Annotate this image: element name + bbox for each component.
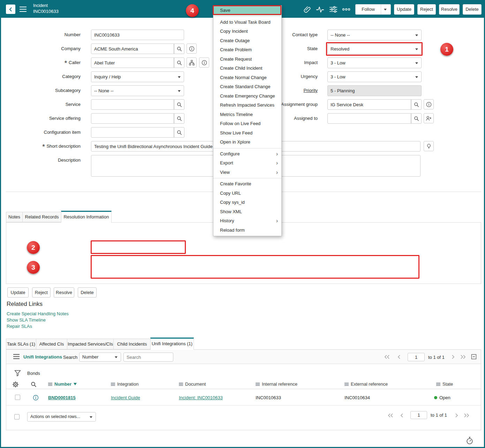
configuration-item-input[interactable] (91, 127, 174, 138)
caller-hierarchy-button[interactable] (187, 57, 197, 68)
reject-button-footer[interactable]: Reject (32, 287, 51, 298)
collapse-list-icon[interactable] (471, 354, 477, 360)
assigned-to-lookup-button[interactable] (411, 113, 422, 124)
column-header-number[interactable]: Number (48, 381, 77, 387)
resolve-button[interactable]: Resolve (439, 4, 460, 15)
menu-item-configure[interactable]: Configure (213, 149, 281, 159)
row-integration-link[interactable]: Incident Guide (111, 395, 140, 400)
menu-item-create-emergency-change[interactable]: Create Emergency Change (213, 92, 281, 101)
service-lookup-button[interactable] (174, 99, 184, 110)
record-preview-icon[interactable] (33, 395, 39, 401)
caller-info-button[interactable] (199, 57, 209, 68)
tab-resolution-information[interactable]: Resolution Information (61, 211, 112, 223)
activity-stream-icon[interactable] (316, 6, 324, 13)
list-page-input[interactable] (408, 353, 425, 361)
subcategory-select[interactable]: -- None -- (91, 85, 184, 96)
first-page-icon[interactable] (384, 354, 390, 360)
menu-item-save[interactable]: Save (213, 6, 281, 15)
tab-task-slas[interactable]: Task SLAs (1) (6, 339, 36, 349)
next-page-icon[interactable] (454, 413, 459, 418)
more-options-icon[interactable] (342, 6, 350, 13)
menu-item-show-live-feed[interactable]: Show Live Feed (213, 129, 281, 138)
menu-item-create-problem[interactable]: Create Problem (213, 45, 281, 55)
menu-item-metrics-timeline[interactable]: Metrics Timeline (213, 110, 281, 119)
menu-item-follow-on-live-feed[interactable]: Follow on Live Feed (213, 119, 281, 129)
caller-lookup-button[interactable] (174, 57, 184, 68)
menu-icon[interactable] (19, 6, 27, 12)
menu-item-view[interactable]: View (213, 168, 281, 177)
contact-type-select[interactable]: -- None -- (327, 30, 422, 40)
company-input[interactable] (91, 44, 174, 54)
menu-item-reload-form[interactable]: Reload form (213, 226, 281, 235)
state-select[interactable]: Resolved (327, 44, 422, 54)
delete-button-footer[interactable]: Delete (78, 287, 97, 298)
tab-related-records[interactable]: Related Records (22, 212, 61, 222)
row-document-link[interactable]: Incident: INC0010633 (179, 395, 223, 400)
first-page-icon[interactable] (387, 413, 394, 418)
list-title[interactable]: Unifi Integrations (23, 354, 62, 360)
list-search-input[interactable] (123, 353, 173, 362)
row-checkbox[interactable] (15, 395, 20, 400)
menu-item-create-favorite[interactable]: Create Favorite (213, 179, 281, 189)
gear-icon[interactable] (12, 381, 19, 388)
list-page-input-footer[interactable] (410, 411, 427, 419)
personalize-form-icon[interactable] (329, 6, 338, 13)
follow-dropdown-button[interactable] (381, 4, 391, 15)
menu-item-copy-sys-id[interactable]: Copy sys_id (213, 198, 281, 207)
menu-item-create-standard-change[interactable]: Create Standard Change (213, 82, 281, 92)
column-header-external-reference[interactable]: External reference (344, 381, 388, 387)
row-number-link[interactable]: BND0001815 (48, 395, 76, 400)
impact-select[interactable]: 3 - Low (327, 57, 422, 68)
column-header-integration[interactable]: Integration (111, 381, 138, 387)
assign-to-me-button[interactable] (424, 113, 434, 123)
urgency-select[interactable]: 3 - Low (327, 71, 422, 82)
last-page-icon[interactable] (460, 354, 466, 360)
menu-item-refresh-impacted-services[interactable]: Refresh Impacted Services (213, 101, 281, 110)
number-input[interactable] (91, 30, 184, 40)
delete-button[interactable]: Delete (463, 4, 482, 15)
prev-page-icon[interactable] (399, 413, 404, 418)
back-button[interactable] (6, 5, 15, 14)
column-header-internal-reference[interactable]: Internal reference (256, 381, 297, 387)
menu-item-add-to-visual-task-board[interactable]: Add to Visual Task Board (213, 18, 281, 27)
menu-item-open-in-xplore[interactable]: Open in Xplore (213, 138, 281, 147)
update-button[interactable]: Update (394, 4, 414, 15)
tab-child-incidents[interactable]: Child Incidents (113, 339, 151, 349)
menu-item-export[interactable]: Export (213, 159, 281, 168)
tab-notes[interactable]: Notes (6, 212, 23, 222)
next-page-icon[interactable] (451, 354, 456, 360)
suggestion-button[interactable] (424, 141, 434, 151)
list-search-column-select[interactable]: Number (79, 353, 121, 362)
column-header-document[interactable]: Document (179, 381, 206, 387)
service-offering-input[interactable] (91, 113, 174, 124)
tab-unifi-integrations[interactable]: Unifi Integrations (1) (150, 338, 194, 350)
tab-impacted-services-cis[interactable]: Impacted Services/CIs (67, 339, 114, 349)
menu-item-copy-url[interactable]: Copy URL (213, 189, 281, 198)
service-offering-lookup-button[interactable] (174, 113, 184, 124)
related-link-create-special-handling-notes[interactable]: Create Special Handling Notes (7, 311, 69, 316)
menu-item-history[interactable]: History (213, 216, 281, 226)
category-select[interactable]: Inquiry / Help (91, 71, 184, 82)
service-input[interactable] (91, 99, 174, 110)
column-header-state[interactable]: State (436, 381, 453, 387)
menu-item-show-xml[interactable]: Show XML (213, 207, 281, 217)
list-search-toggle-icon[interactable] (31, 381, 37, 387)
select-all-checkbox[interactable] (14, 414, 20, 419)
attachment-icon[interactable] (303, 6, 311, 13)
configuration-item-lookup-button[interactable] (174, 127, 184, 138)
prev-page-icon[interactable] (396, 354, 401, 360)
list-menu-icon[interactable] (13, 354, 20, 359)
company-lookup-button[interactable] (174, 44, 184, 54)
related-link-repair-slas[interactable]: Repair SLAs (7, 324, 32, 329)
menu-item-copy-incident[interactable]: Copy Incident (213, 27, 281, 36)
assignment-group-input[interactable] (327, 99, 411, 110)
stopwatch-icon[interactable] (465, 437, 474, 445)
update-button-footer[interactable]: Update (7, 287, 29, 298)
assignment-group-lookup-button[interactable] (411, 99, 422, 110)
company-info-button[interactable] (187, 44, 197, 54)
tab-affected-cis[interactable]: Affected CIs (36, 339, 67, 349)
resolve-button-footer[interactable]: Resolve (54, 287, 74, 298)
menu-item-create-outage[interactable]: Create Outage (213, 36, 281, 46)
menu-item-create-request[interactable]: Create Request (213, 55, 281, 64)
last-page-icon[interactable] (463, 413, 470, 418)
